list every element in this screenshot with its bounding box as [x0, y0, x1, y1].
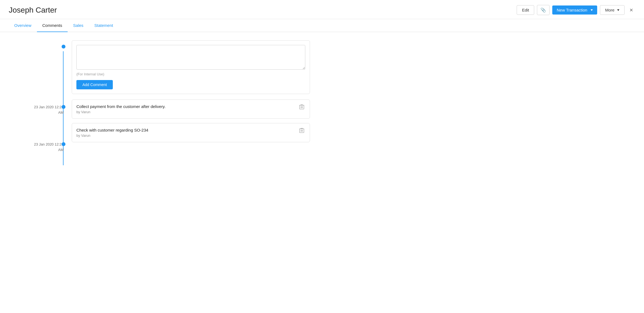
tab-comments[interactable]: Comments	[37, 19, 68, 32]
timeline-dot-comment2	[62, 142, 65, 146]
new-transaction-label: New Transaction	[557, 8, 587, 12]
comment-body-1: Collect payment from the customer after …	[76, 104, 166, 114]
paperclip-icon: 📎	[540, 7, 546, 13]
comment-textarea[interactable]	[76, 45, 305, 70]
tab-statement[interactable]: Statement	[89, 19, 119, 32]
comment-1-date-line2: AM	[58, 110, 64, 115]
comment-1-date-line1: 23 Jan 2020 12:21	[34, 104, 64, 110]
page-title: Joseph Carter	[9, 6, 57, 15]
new-transaction-button[interactable]: New Transaction	[552, 5, 597, 15]
comment-input-card: (For Internal Use) Add Comment	[72, 40, 310, 94]
more-label: More	[605, 8, 614, 12]
comment-card-1: Collect payment from the customer after …	[72, 99, 310, 119]
header-actions: Edit 📎 New Transaction More ×	[517, 5, 635, 15]
comment-author-2: by Varun	[76, 133, 148, 138]
attachment-button[interactable]: 📎	[537, 5, 550, 15]
delete-comment-2-button[interactable]	[298, 128, 305, 135]
comment-2-date-line1: 23 Jan 2020 12:21	[34, 142, 64, 147]
page-header: Joseph Carter Edit 📎 New Transaction Mor…	[0, 0, 644, 19]
tab-overview[interactable]: Overview	[9, 19, 37, 32]
comment-text-2: Check with customer regarding SO-234	[76, 128, 148, 132]
timeline-dot-input	[62, 45, 65, 49]
chevron-down-icon	[591, 9, 593, 11]
delete-comment-1-button[interactable]	[298, 104, 305, 111]
trash-icon	[299, 104, 304, 110]
tab-bar: Overview Comments Sales Statement	[0, 19, 644, 32]
comment-text-1: Collect payment from the customer after …	[76, 104, 166, 109]
timeline-column: 23 Jan 2020 12:21 AM 23 Jan 2020 12:21 A…	[9, 40, 64, 165]
edit-button[interactable]: Edit	[517, 5, 534, 15]
close-button[interactable]: ×	[627, 5, 635, 15]
internal-use-label: (For Internal Use)	[76, 72, 305, 76]
add-comment-button[interactable]: Add Comment	[76, 80, 113, 89]
comment-2-date-line2: AM	[58, 147, 64, 153]
more-button[interactable]: More	[600, 5, 625, 15]
comments-column: (For Internal Use) Add Comment Collect p…	[64, 40, 310, 165]
content-area: 23 Jan 2020 12:21 AM 23 Jan 2020 12:21 A…	[0, 32, 644, 173]
comment-card-2: Check with customer regarding SO-234 by …	[72, 123, 310, 142]
chevron-down-icon	[617, 9, 619, 11]
timeline-dot-comment1	[62, 105, 65, 109]
comment-body-2: Check with customer regarding SO-234 by …	[76, 128, 148, 138]
comment-author-1: by Varun	[76, 110, 166, 114]
tab-sales[interactable]: Sales	[68, 19, 89, 32]
trash-icon	[299, 128, 304, 133]
